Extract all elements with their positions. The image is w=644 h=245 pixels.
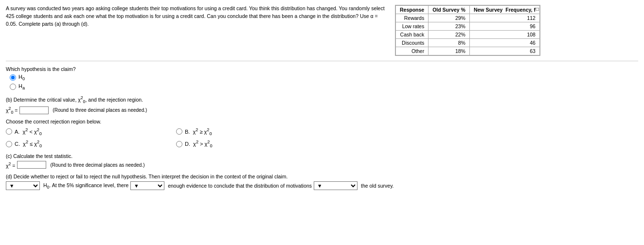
part-a-section: Which hypothesis is the claim? H0 Ha [6,66,638,90]
rejection-radio-A[interactable] [6,128,12,135]
cell-old-pct: 8% [429,39,470,47]
radio-H0[interactable]: H0 [10,74,638,81]
rejection-options-grid: A. χ2 < χ20 B. χ2 ≥ χ20 C. χ2 ≤ χ20 D. χ… [6,127,346,149]
radio-Ha[interactable]: Ha [10,83,638,90]
problem-text: A survey was conducted two years ago ask… [6,5,385,27]
part-c-label: (c) Calculate the test statistic. [6,153,638,159]
d-text3: the old survey. [359,183,394,189]
cell-new-freq: 63 [469,47,539,55]
test-stat-row: χ2 = (Round to three decimal places as n… [6,161,638,169]
cell-response: Discounts [396,39,429,47]
hypothesis-radio-group: H0 Ha [10,74,638,90]
chi-squared-label: χ20 = [6,106,18,115]
rejection-radio-C[interactable] [6,141,12,147]
radio-input-H0[interactable] [10,74,16,81]
cell-new-freq: 108 [469,31,539,39]
rejection-radio-D[interactable] [176,141,182,147]
cell-response: Low rates [396,22,429,31]
cell-response: Other [396,47,429,55]
reject-dropdown[interactable]: ▼ Reject Fail to reject [6,181,40,190]
rejection-option-B[interactable]: B. χ2 ≥ χ20 [176,127,346,136]
corner-icon[interactable]: □ [536,6,539,12]
d-text2: enough evidence to conclude that the dis… [166,183,312,189]
rejection-option-C[interactable]: C. χ2 ≤ χ20 [6,140,176,148]
rejection-radio-B[interactable] [176,128,182,135]
data-table-container: □ Response Old Survey % New Survey Frequ… [395,5,540,56]
table-row: Low rates 23% 96 [396,22,540,31]
cell-new-freq: 46 [469,39,539,47]
round-note-c: (Round to three decimal places as needed… [50,162,144,168]
part-b-label: (b) Determine the critical value, χ20, a… [6,95,638,104]
col-header-response: Response [396,6,429,14]
part-a-question: Which hypothesis is the claim? [6,66,638,72]
table-row: Other 18% 63 [396,47,540,55]
cell-response: Rewards [396,14,429,22]
test-stat-input[interactable] [17,161,46,169]
cell-new-freq: 96 [469,22,539,31]
cell-old-pct: 23% [429,22,470,31]
part-b-section: (b) Determine the critical value, χ20, a… [6,95,638,148]
survey-data-table: Response Old Survey % New Survey Frequen… [395,5,540,55]
chi-squared-stat-label: χ2 = [6,161,15,169]
divider-1 [6,61,638,61]
col-header-old: Old Survey % [429,6,470,14]
evidence-dropdown[interactable]: ▼ is is not [130,181,164,190]
problem-description: A survey was conducted two years ago ask… [6,5,390,56]
cell-new-freq: 112 [469,14,539,22]
part-d-label: (d) Decide whether to reject or fail to … [6,174,638,179]
d-text1: H0. At the 5% significance level, there [42,182,128,190]
table-row: Cash back 22% 108 [396,31,540,39]
rejection-option-A[interactable]: A. χ2 < χ20 [6,127,176,136]
critical-value-row: χ20 = (Round to three decimal places as … [6,106,638,115]
part-d-section: (d) Decide whether to reject or fail to … [6,174,638,190]
rejection-option-D[interactable]: D. χ2 > χ20 [176,140,346,148]
cell-old-pct: 18% [429,47,470,55]
col-header-new: New Survey Frequency, f [469,6,539,14]
radio-input-Ha[interactable] [10,84,16,90]
critical-value-input[interactable] [19,106,49,114]
rejection-region-label: Choose the correct rejection region belo… [6,119,638,124]
table-row: Discounts 8% 46 [396,39,540,47]
round-note-b: (Round to three decimal places as needed… [53,107,147,113]
part-c-section: (c) Calculate the test statistic. χ2 = (… [6,153,638,169]
rejection-region-section: Choose the correct rejection region belo… [6,119,638,149]
cell-old-pct: 29% [429,14,470,22]
distribution-dropdown[interactable]: ▼ differs from is the same as [314,181,358,190]
part-d-row: ▼ Reject Fail to reject H0. At the 5% si… [6,181,638,190]
table-row: Rewards 29% 112 [396,14,540,22]
cell-response: Cash back [396,31,429,39]
cell-old-pct: 22% [429,31,470,39]
